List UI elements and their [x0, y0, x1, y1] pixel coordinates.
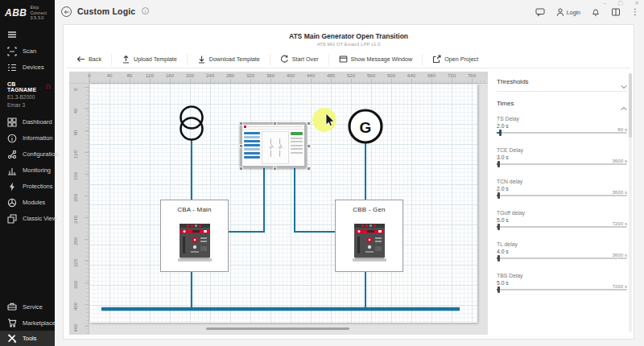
maximize-icon[interactable]: ▢	[618, 0, 624, 6]
selection-handle[interactable]	[273, 167, 277, 171]
start-over-button[interactable]: Start Over	[270, 54, 328, 65]
docs-panel-icon[interactable]	[611, 7, 621, 17]
settings-panel: Thresholds Times TS Delay2.0 s80 sTCE De…	[497, 73, 627, 332]
device-block[interactable]: CB TAGNAME E1.3-B2000 Emax 3	[0, 76, 55, 114]
cbb-label: CBB - Gen	[336, 206, 402, 213]
sidebar-item-devices[interactable]: Devices	[0, 60, 55, 76]
slider-thumb[interactable]	[497, 286, 500, 293]
wire-logic-to-cbb[interactable]	[295, 168, 335, 232]
selection-handle[interactable]	[239, 122, 243, 126]
kebab-menu-icon[interactable]: ⋮	[631, 8, 639, 16]
service-icon	[7, 302, 17, 311]
sidebar-item-information[interactable]: Information	[0, 130, 55, 146]
transformer-symbol[interactable]	[181, 107, 203, 140]
ruler-top-tick: 280	[224, 73, 237, 78]
slider-value: 2.0 s	[497, 123, 627, 129]
mini-list-line	[291, 141, 303, 142]
ruler-top-tick: 560	[365, 73, 378, 78]
diagram-canvas[interactable]: 0408012016020024028032036040044048052056…	[69, 72, 488, 335]
ruler-top-tick: 680	[425, 73, 438, 78]
topbar-icons: Login ⋮	[535, 7, 639, 17]
info-icon[interactable]: i	[142, 7, 149, 14]
slider-track[interactable]	[497, 132, 627, 134]
selection-handle[interactable]	[273, 122, 277, 126]
generator-symbol[interactable]: G	[349, 110, 382, 142]
slider-track[interactable]	[497, 195, 627, 196]
ruler-top-tick: 240	[204, 73, 217, 78]
slider-track[interactable]	[497, 289, 627, 290]
canvas-horizontal-scrollbar[interactable]	[206, 327, 349, 330]
ruler-top-tick: 640	[405, 73, 418, 78]
selection-handle[interactable]	[307, 167, 311, 171]
sidebar-nav: DashboardInformationConfigurationMonitor…	[0, 114, 55, 227]
open-project-icon	[432, 55, 441, 64]
slider-label: TCN delay	[497, 179, 627, 184]
times-label: Times	[497, 100, 514, 107]
sidebar-item-modules[interactable]: Modules	[0, 195, 55, 211]
cbb-gen-node[interactable]: CBB - Gen	[335, 200, 403, 272]
upload-template-button[interactable]: Upload Template	[111, 54, 187, 65]
download-template-button[interactable]: Download Template	[187, 54, 270, 65]
thresholds-label: Thresholds	[497, 78, 529, 85]
mini-button	[244, 144, 260, 146]
slider-thumb[interactable]	[499, 130, 502, 136]
sidebar-item-label: Information	[23, 134, 53, 142]
slider-track[interactable]	[497, 163, 627, 165]
logic-screenshot-node[interactable]	[240, 122, 307, 168]
sidebar-item-monitoring[interactable]: Monitoring	[0, 163, 55, 179]
slider-thumb[interactable]	[497, 255, 500, 262]
feedback-icon[interactable]	[535, 7, 545, 17]
ruler-left: 04080120160200240280320360400440	[69, 84, 89, 335]
slider-tgoff-delay: TGoff delay5.0 s7200 s	[497, 210, 627, 228]
selection-handle[interactable]	[239, 144, 243, 148]
chevron-down-icon	[621, 78, 627, 84]
page-back-button[interactable]	[61, 6, 72, 17]
slider-tbs-delay: TBS Delay5.0 s7200 s	[497, 273, 627, 290]
sidebar-item-protections[interactable]: Protections	[0, 179, 55, 195]
slider-track[interactable]	[497, 257, 627, 259]
slider-value: 5.0 s	[497, 217, 627, 223]
selection-handle[interactable]	[307, 144, 311, 148]
template-subtitle: ATS MG OT Emax3 LPP v1.0	[64, 42, 634, 47]
slider-thumb[interactable]	[497, 224, 500, 230]
sidebar-item-classic-view[interactable]: Classic View	[0, 211, 55, 227]
time-sliders: TS Delay2.0 s80 sTCE Delay3.0 s3600 sTCN…	[497, 116, 627, 290]
section-times[interactable]: Times	[497, 95, 627, 111]
show-message-window-button[interactable]: Show Message Window	[328, 54, 423, 65]
selection-handle[interactable]	[307, 122, 311, 126]
sidebar-item-label: Classic View	[23, 215, 56, 222]
cba-main-node[interactable]: CBA - Main	[160, 200, 229, 272]
menu-toggle-button[interactable]	[0, 26, 55, 43]
slider-label: TCE Delay	[497, 147, 627, 153]
sidebar-item-label: Tools	[23, 335, 37, 342]
page-title: Custom Logic	[77, 6, 135, 16]
brand-block: ABB Ekip Connect 3.5.3.0	[0, 0, 55, 24]
close-icon[interactable]: ✕	[634, 0, 639, 6]
login-button[interactable]: Login	[555, 7, 580, 17]
selection-handle[interactable]	[239, 167, 243, 171]
ruler-top-tick: 160	[163, 73, 176, 78]
ruler-left-tick: 160	[73, 170, 78, 183]
minimize-icon[interactable]: –	[604, 0, 607, 6]
back-button[interactable]: Back	[67, 54, 111, 65]
slider-track[interactable]	[497, 226, 627, 228]
slider-label: TGoff delay	[497, 210, 627, 216]
slider-thumb[interactable]	[497, 192, 500, 199]
panel-scrollbar[interactable]	[629, 73, 632, 332]
slider-thumb[interactable]	[497, 161, 500, 167]
mini-list-line	[291, 138, 303, 139]
notifications-bell-icon[interactable]	[591, 7, 601, 17]
section-thresholds[interactable]: Thresholds	[497, 73, 627, 89]
sidebar-item-tools[interactable]: Tools	[0, 331, 55, 346]
sidebar-item-scan[interactable]: Scan	[0, 43, 55, 60]
toolbar-button-label: Upload Template	[134, 56, 177, 63]
sidebar-item-configuration[interactable]: Configuration	[0, 146, 55, 163]
sidebar-item-service[interactable]: Service	[0, 299, 55, 315]
sidebar-item-dashboard[interactable]: Dashboard	[0, 114, 55, 130]
sidebar-item-marketplace[interactable]: Marketplace	[0, 315, 55, 331]
open-project-button[interactable]: Open Project	[422, 54, 488, 65]
diagram-page[interactable]: G CBA - Main CBB - Gen	[89, 84, 477, 323]
toolbar-button-label: Start Over	[292, 56, 319, 63]
wire-logic-to-cba[interactable]	[229, 168, 264, 232]
mini-diagram	[262, 131, 289, 164]
